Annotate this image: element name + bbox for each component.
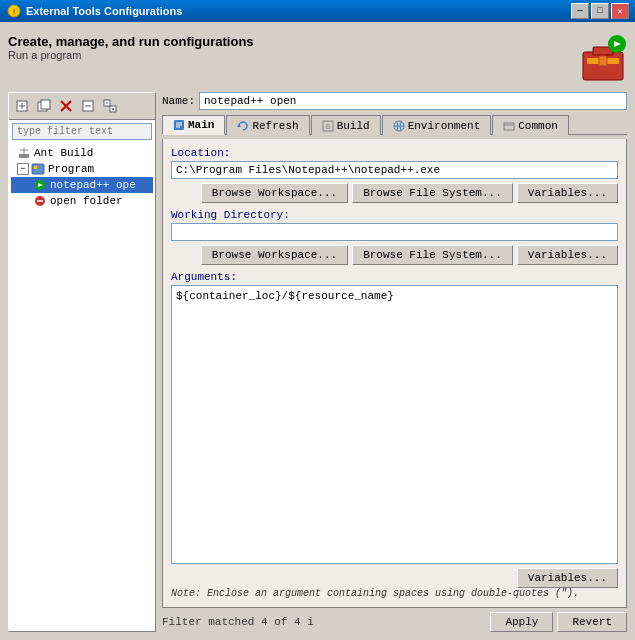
- tab-main[interactable]: Main: [162, 115, 225, 135]
- browse-workspace-2-button[interactable]: Browse Workspace...: [201, 245, 348, 265]
- tree-item-notepad[interactable]: notepad++ ope: [11, 177, 153, 193]
- bottom-buttons: Apply Revert: [490, 612, 627, 632]
- tree-item-program[interactable]: − Program: [11, 161, 153, 177]
- tab-refresh[interactable]: Refresh: [226, 115, 309, 135]
- expand-collapse-button[interactable]: [100, 96, 120, 116]
- svg-rect-13: [41, 100, 50, 109]
- refresh-tab-icon: [237, 120, 249, 132]
- browse-filesystem-2-button[interactable]: Browse File System...: [352, 245, 513, 265]
- tab-environment[interactable]: Environment: [382, 115, 492, 135]
- working-dir-label: Working Directory:: [171, 209, 618, 221]
- tab-build[interactable]: B Build: [311, 115, 381, 135]
- name-label: Name:: [162, 95, 195, 107]
- environment-tab-icon: [393, 120, 405, 132]
- tree-item-open-folder[interactable]: open folder: [11, 193, 153, 209]
- duplicate-config-button[interactable]: [34, 96, 54, 116]
- working-dir-buttons: Browse Workspace... Browse File System..…: [171, 245, 618, 265]
- tab-content-main: Location: Browse Workspace... Browse Fil…: [162, 139, 627, 608]
- location-section: Location: Browse Workspace... Browse Fil…: [171, 147, 618, 203]
- status-text: Filter matched 4 of 4 i: [162, 616, 314, 628]
- main-tab-icon: [173, 119, 185, 131]
- svg-text:B: B: [326, 123, 330, 131]
- notepad-label: notepad++ ope: [50, 179, 136, 191]
- svg-rect-6: [599, 56, 607, 66]
- variables-3-button[interactable]: Variables...: [517, 568, 618, 588]
- name-input[interactable]: [199, 92, 627, 110]
- dialog-body: Create, manage, and run configurations R…: [0, 22, 635, 640]
- tab-common-label: Common: [518, 120, 558, 132]
- main-content: Ant Build − Program: [8, 92, 627, 632]
- variables-2-button[interactable]: Variables...: [517, 245, 618, 265]
- close-window-button[interactable]: ✕: [611, 3, 629, 19]
- dialog-title: Create, manage, and run configurations: [8, 34, 254, 49]
- notepad-icon: [33, 178, 47, 192]
- svg-text:!: !: [11, 8, 16, 18]
- tab-common[interactable]: Common: [492, 115, 569, 135]
- right-panel: Name: Main Refresh B Build: [162, 92, 627, 632]
- left-panel: Ant Build − Program: [8, 92, 156, 632]
- tab-main-label: Main: [188, 119, 214, 131]
- folder-icon: [33, 194, 47, 208]
- header-text: Create, manage, and run configurations R…: [8, 34, 254, 61]
- tabs: Main Refresh B Build Environment Common: [162, 114, 627, 135]
- svg-rect-41: [504, 123, 514, 130]
- common-tab-icon: [503, 120, 515, 132]
- build-tab-icon: B: [322, 120, 334, 132]
- tab-build-label: Build: [337, 120, 370, 132]
- program-icon: [31, 162, 45, 176]
- dialog-header: Create, manage, and run configurations R…: [8, 30, 627, 86]
- browse-filesystem-1-button[interactable]: Browse File System...: [352, 183, 513, 203]
- tab-environment-label: Environment: [408, 120, 481, 132]
- program-label: Program: [48, 163, 94, 175]
- minimize-button[interactable]: ─: [571, 3, 589, 19]
- revert-button[interactable]: Revert: [557, 612, 627, 632]
- collapse-button[interactable]: [78, 96, 98, 116]
- working-dir-section: Working Directory: Browse Workspace... B…: [171, 209, 618, 265]
- title-bar: ! External Tools Configurations ─ □ ✕: [0, 0, 635, 22]
- program-expand[interactable]: −: [17, 163, 29, 175]
- arguments-textarea[interactable]: [171, 285, 618, 564]
- svg-rect-23: [19, 154, 29, 158]
- header-icon: [579, 34, 627, 82]
- ant-build-label: Ant Build: [34, 147, 93, 159]
- delete-config-button[interactable]: [56, 96, 76, 116]
- svg-rect-26: [32, 164, 44, 174]
- title-bar-title: External Tools Configurations: [26, 5, 567, 17]
- filter-input[interactable]: [12, 123, 152, 140]
- dialog-subtitle: Run a program: [8, 49, 254, 61]
- svg-marker-36: [237, 124, 241, 127]
- ant-icon: [17, 146, 31, 160]
- arguments-buttons: Variables...: [171, 568, 618, 588]
- svg-rect-27: [34, 166, 37, 169]
- title-bar-buttons: ─ □ ✕: [571, 3, 629, 19]
- note-text: Note: Enclose an argument containing spa…: [171, 588, 618, 599]
- new-config-button[interactable]: [12, 96, 32, 116]
- location-label: Location:: [171, 147, 618, 159]
- arguments-label: Arguments:: [171, 271, 618, 283]
- arguments-section: Arguments: Variables... Note: Enclose an…: [171, 271, 618, 599]
- browse-workspace-1-button[interactable]: Browse Workspace...: [201, 183, 348, 203]
- working-dir-input[interactable]: [171, 223, 618, 241]
- bottom-bar: Filter matched 4 of 4 i Apply Revert: [162, 612, 627, 632]
- title-bar-icon: !: [6, 3, 22, 19]
- tree-item-ant-build[interactable]: Ant Build: [11, 145, 153, 161]
- name-row: Name:: [162, 92, 627, 110]
- variables-1-button[interactable]: Variables...: [517, 183, 618, 203]
- maximize-button[interactable]: □: [591, 3, 609, 19]
- tab-refresh-label: Refresh: [252, 120, 298, 132]
- apply-button[interactable]: Apply: [490, 612, 553, 632]
- location-input[interactable]: [171, 161, 618, 179]
- toolbar: [9, 93, 155, 120]
- location-buttons: Browse Workspace... Browse File System..…: [171, 183, 618, 203]
- open-folder-label: open folder: [50, 195, 123, 207]
- tree-view: Ant Build − Program: [9, 143, 155, 631]
